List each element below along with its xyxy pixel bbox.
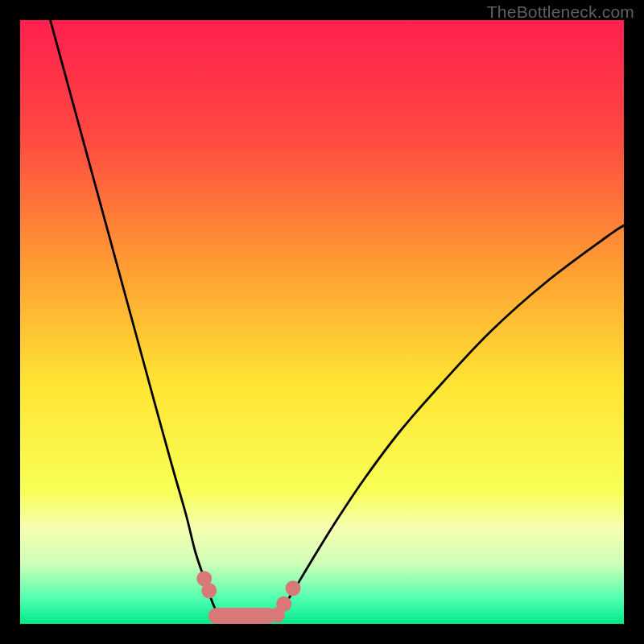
- chart-svg: [20, 20, 624, 624]
- chart-frame: TheBottleneck.com: [0, 0, 644, 644]
- chart-background: [20, 20, 624, 624]
- marker-dot: [286, 580, 301, 596]
- marker-dot: [201, 583, 217, 598]
- plot-area: [20, 20, 624, 624]
- marker-dot: [276, 597, 291, 612]
- watermark-text: TheBottleneck.com: [487, 2, 634, 22]
